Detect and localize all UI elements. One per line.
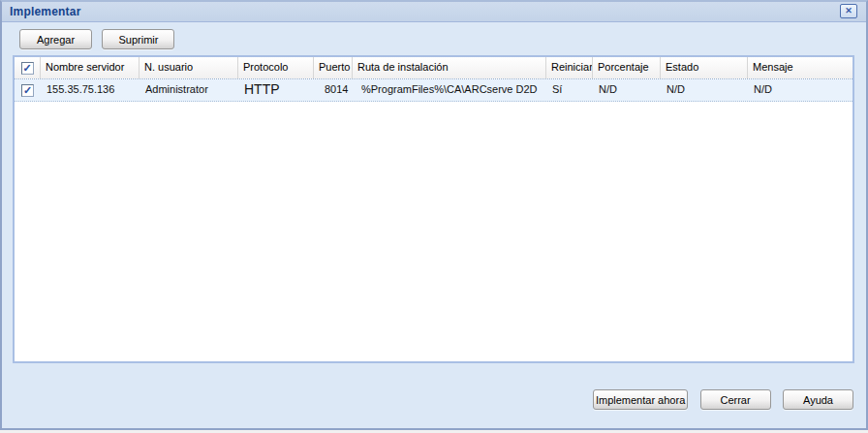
delete-button[interactable]: Suprimir <box>102 29 174 49</box>
cell-percentage: N/D <box>593 79 661 101</box>
column-header-server-name[interactable]: Nombre servidor <box>41 57 140 78</box>
cell-username: Administrator <box>140 79 238 101</box>
help-button[interactable]: Ayuda <box>783 389 853 410</box>
column-header-username[interactable]: N. usuario <box>140 57 238 78</box>
cell-restart: Sí <box>546 79 593 101</box>
column-header-protocol[interactable]: Protocolo <box>238 57 314 78</box>
close-icon[interactable]: ✕ <box>840 4 857 18</box>
cell-message: N/D <box>748 79 852 101</box>
dialog-titlebar[interactable]: Implementar ✕ <box>2 2 866 22</box>
cell-port: 8014 <box>314 79 353 101</box>
add-button[interactable]: Agregar <box>19 29 92 49</box>
column-header-port[interactable]: Puerto <box>314 57 353 78</box>
row-checkbox-cell: ✓ <box>15 79 41 101</box>
cell-server-name: 155.35.75.136 <box>41 79 140 101</box>
column-header-install-path[interactable]: Ruta de instalación <box>353 57 546 78</box>
footer-button-bar: Implementar ahora Cerrar Ayuda <box>585 389 853 410</box>
cell-install-path: %ProgramFiles%\CA\ARCserve D2D <box>353 79 546 101</box>
servers-table: ✓ Nombre servidor N. usuario Protocolo P… <box>13 55 854 363</box>
select-all-checkbox[interactable]: ✓ <box>21 62 34 75</box>
page-background: Implementar ✕ Agregar Suprimir ✓ Nombre … <box>0 0 868 433</box>
cell-status: N/D <box>661 79 748 101</box>
column-header-percentage[interactable]: Porcentaje <box>593 57 661 78</box>
close-button[interactable]: Cerrar <box>700 389 771 410</box>
table-row[interactable]: ✓ 155.35.75.136 Administrator HTTP 8014 … <box>15 79 852 102</box>
toolbar: Agregar Suprimir <box>2 22 866 52</box>
column-header-status[interactable]: Estado <box>661 57 748 78</box>
column-header-message[interactable]: Mensaje <box>748 57 852 78</box>
deploy-dialog: Implementar ✕ Agregar Suprimir ✓ Nombre … <box>0 0 868 430</box>
table-header-row: ✓ Nombre servidor N. usuario Protocolo P… <box>15 57 852 79</box>
deploy-now-button[interactable]: Implementar ahora <box>593 389 688 410</box>
dialog-title: Implementar <box>10 5 81 18</box>
row-checkbox[interactable]: ✓ <box>21 84 34 97</box>
column-header-restart[interactable]: Reiniciar <box>546 57 593 78</box>
cell-protocol: HTTP <box>238 79 314 101</box>
column-header-select-all[interactable]: ✓ <box>15 57 41 78</box>
